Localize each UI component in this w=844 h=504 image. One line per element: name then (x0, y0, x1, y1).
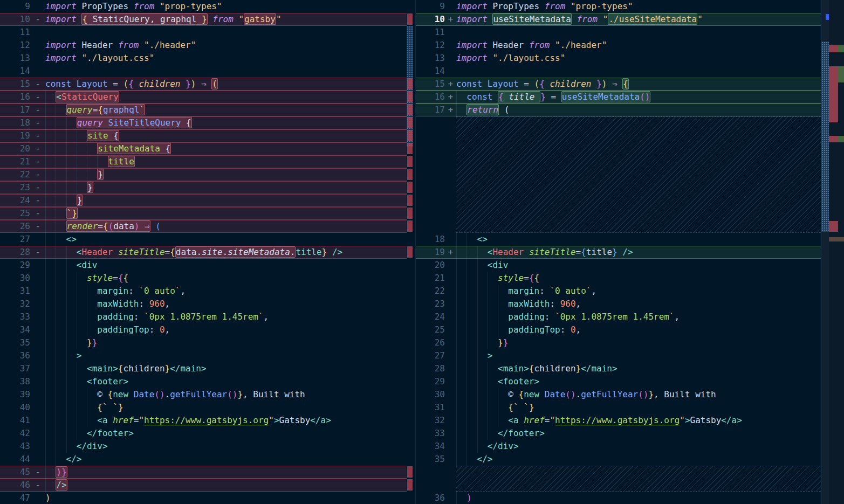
deleted-line[interactable]: 25-`} (0, 207, 407, 220)
deleted-marker: - (30, 78, 45, 91)
code-line[interactable]: 12import Header from "./header" (416, 39, 821, 52)
deleted-line[interactable]: 23-} (0, 181, 407, 194)
code-line[interactable]: 37<main>{children}</main> (0, 362, 407, 375)
code-line[interactable]: 21style={{ (416, 272, 821, 285)
scrollbar-slider[interactable] (821, 42, 829, 232)
code-token: { (108, 389, 113, 399)
code-line[interactable]: 26}} (416, 336, 821, 349)
code-line[interactable]: 32maxWidth: 960, (0, 298, 407, 310)
indent-guide (97, 155, 107, 168)
deleted-line[interactable]: 16-<StaticQuery (0, 91, 407, 103)
deleted-line[interactable]: 17-query={graphql` (0, 103, 407, 116)
deleted-line[interactable]: 21-title (0, 155, 407, 168)
code-line[interactable]: 13import "./layout.css" (416, 52, 821, 65)
code-token: () (640, 92, 650, 102)
code-line[interactable]: 20<div (416, 259, 821, 272)
added-line[interactable]: 10+import useSiteMetadata from "./useSit… (416, 13, 821, 26)
code-line[interactable]: 38<footer> (0, 375, 407, 388)
code-line[interactable]: 30© {new Date().getFullYear()}, Built wi… (416, 388, 821, 401)
code-line[interactable]: 14 (416, 65, 821, 78)
line-gutter: 31 (0, 285, 45, 298)
code-line[interactable]: 47) (0, 492, 407, 504)
code-line[interactable]: 28<main>{children}</main> (416, 362, 821, 375)
indent-guide (477, 298, 488, 310)
code-line[interactable]: 13import "./layout.css" (0, 52, 407, 65)
code-line[interactable]: 29<footer> (416, 375, 821, 388)
code-line[interactable]: 32<a href="https://www.gatsbyjs.org">Gat… (416, 414, 821, 427)
code-line[interactable]: 36> (0, 349, 407, 362)
code-content: margin: `0 auto`, (45, 285, 407, 298)
deleted-line[interactable]: 10-import { StaticQuery, graphql } from … (0, 13, 407, 26)
deleted-line[interactable]: 20-siteMetadata { (0, 142, 407, 155)
line-gutter: 35 (0, 336, 45, 349)
code-content: <Header siteTitle={title} /> (456, 246, 821, 259)
code-line[interactable]: 35}} (0, 336, 407, 349)
indent-guide (477, 440, 488, 453)
code-line[interactable]: 12import Header from "./header" (0, 39, 407, 52)
code-line[interactable]: 33padding: `0px 1.0875rem 1.45rem`, (0, 310, 407, 323)
code-line[interactable]: 44</> (0, 453, 407, 466)
deleted-line[interactable]: 15-const Layout = ({ children }) ⇒ ( (0, 78, 407, 91)
line-number: 20 (416, 259, 445, 272)
indent-guide (45, 427, 56, 440)
deleted-line[interactable]: 24-} (0, 194, 407, 207)
code-line[interactable]: 35</> (416, 453, 821, 466)
code-line[interactable]: 11 (416, 26, 821, 39)
indent-guide (56, 427, 66, 440)
deleted-line[interactable]: 45-)} (0, 466, 407, 479)
code-line[interactable]: 27> (416, 349, 821, 362)
deleted-line[interactable]: 28-<Header siteTitle={data.site.siteMeta… (0, 246, 407, 259)
code-line[interactable]: 9import PropTypes from "prop-types" (0, 0, 407, 13)
code-line[interactable]: 34</div> (416, 440, 821, 453)
code-line[interactable]: 11 (0, 26, 407, 39)
code-line[interactable]: 31margin: `0 auto`, (0, 285, 407, 298)
code-line[interactable]: 25paddingTop: 0, (416, 323, 821, 336)
code-content (456, 26, 821, 39)
deleted-line[interactable]: 18-query SiteTitleQuery { (0, 116, 407, 129)
code-line[interactable]: 14 (0, 65, 407, 78)
line-gutter: 15- (0, 78, 45, 91)
code-line[interactable]: 39© {new Date().getFullYear()}, Built wi… (0, 388, 407, 401)
deleted-line[interactable]: 19-site { (0, 129, 407, 142)
code-line[interactable]: 42</footer> (0, 427, 407, 440)
line-gutter: 14 (416, 65, 456, 78)
scrollbar-track[interactable] (821, 0, 829, 504)
code-content: import "./layout.css" (45, 52, 407, 65)
original-pane: 9import PropTypes from "prop-types"10-im… (0, 0, 407, 504)
code-line[interactable]: 34paddingTop: 0, (0, 323, 407, 336)
code-content: import { StaticQuery, graphql } from "ga… (45, 13, 407, 26)
added-line[interactable]: 17+return ( (416, 103, 821, 116)
deleted-line[interactable]: 22-} (0, 168, 407, 181)
code-line[interactable]: 30style={{ (0, 272, 407, 285)
code-token: "./header" (144, 40, 196, 50)
line-number: 34 (416, 440, 445, 453)
deleted-line[interactable]: 46-/> (0, 479, 407, 492)
code-token: SiteTitleQuery (108, 118, 187, 128)
code-line[interactable]: 41<a href="https://www.gatsbyjs.org">Gat… (0, 414, 407, 427)
code-line[interactable]: 18<> (416, 233, 821, 246)
code-line[interactable]: 36) (416, 492, 821, 504)
line-number: 24 (0, 194, 30, 207)
indent-guide (66, 440, 77, 453)
minimap[interactable] (829, 0, 844, 504)
code-line[interactable]: 43</div> (0, 440, 407, 453)
code-token: title (296, 247, 321, 257)
added-line[interactable]: 15+const Layout = ({ children }) ⇒ { (416, 78, 821, 91)
code-line[interactable]: 24padding: `0px 1.0875rem 1.45rem`, (416, 310, 821, 323)
code-line[interactable]: 29<div (0, 259, 407, 272)
code-line[interactable]: 27<> (0, 233, 407, 246)
code-line[interactable]: 40{` `} (0, 401, 407, 414)
code-token: 0px 1.0875rem 1.45rem (149, 312, 258, 322)
left-overview-ruler[interactable] (407, 0, 413, 504)
added-line[interactable]: 16+const { title } = useSiteMetadata() (416, 91, 821, 103)
code-token: </div> (488, 441, 519, 451)
deleted-line[interactable]: 26-render={(data) ⇒ ( (0, 220, 407, 233)
indent-guide (77, 323, 87, 336)
code-line[interactable]: 9import PropTypes from "prop-types" (416, 0, 821, 13)
code-line[interactable]: 23maxWidth: 960, (416, 298, 821, 310)
code-line[interactable]: 22margin: `0 auto`, (416, 285, 821, 298)
code-line[interactable]: 31{` `} (416, 401, 821, 414)
code-content: const { title } = useSiteMetadata() (456, 91, 821, 103)
added-line[interactable]: 19+<Header siteTitle={title} /> (416, 246, 821, 259)
code-line[interactable]: 33</footer> (416, 427, 821, 440)
